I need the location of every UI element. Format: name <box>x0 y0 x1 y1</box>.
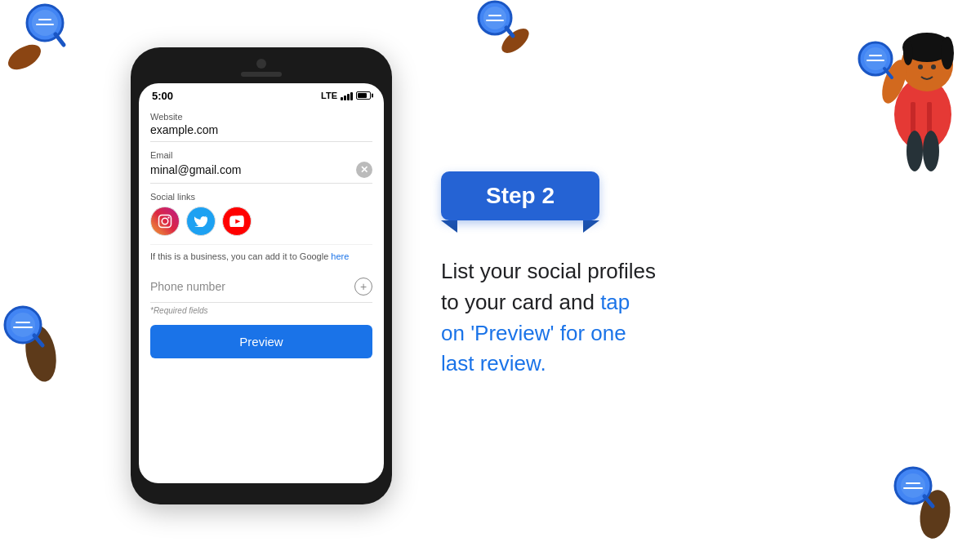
status-time: 5:00 <box>152 90 173 102</box>
email-field-group: Email minal@gmail.com ✕ <box>150 150 372 184</box>
website-label: Website <box>150 112 372 122</box>
svg-point-42 <box>162 218 168 224</box>
description-container: List your social profilesto your card an… <box>441 256 849 380</box>
website-field-group: Website example.com <box>150 112 372 142</box>
social-icons-row <box>150 207 372 236</box>
phone-number-label[interactable]: Phone number <box>150 280 225 293</box>
status-icons: LTE <box>321 91 371 100</box>
phone-camera <box>256 59 266 69</box>
add-phone-button[interactable]: + <box>354 278 372 295</box>
business-notice: If this is a business, you can add it to… <box>150 244 372 268</box>
ribbon-left <box>441 220 457 233</box>
youtube-button[interactable] <box>222 207 252 236</box>
step-banner-wrapper: Step 2 <box>441 171 599 220</box>
phone-number-row: Phone number + <box>150 278 372 303</box>
phone-device: 5:00 LTE Website <box>131 47 392 504</box>
instagram-button[interactable] <box>150 207 180 236</box>
phone-speaker <box>241 72 282 77</box>
required-fields-text: *Required fields <box>150 306 372 315</box>
status-bar: 5:00 LTE <box>139 83 384 105</box>
signal-bars <box>341 91 353 100</box>
ribbon-tails <box>441 220 599 233</box>
lte-label: LTE <box>321 91 337 100</box>
main-container: 5:00 LTE Website <box>0 0 980 551</box>
step-banner-container: Step 2 <box>441 171 599 220</box>
step-banner: Step 2 <box>441 171 599 220</box>
email-clear-button[interactable]: ✕ <box>356 162 372 178</box>
phone-mockup: 5:00 LTE Website <box>131 47 392 504</box>
ribbon-right <box>583 220 599 233</box>
twitter-button[interactable] <box>186 207 216 236</box>
preview-button[interactable]: Preview <box>150 325 372 358</box>
social-links-section: Social links <box>150 192 372 236</box>
social-links-label: Social links <box>150 192 372 202</box>
phone-screen: 5:00 LTE Website <box>139 83 384 483</box>
email-label: Email <box>150 150 372 160</box>
form-content: Website example.com Email minal@gmail.co… <box>139 105 384 365</box>
website-value[interactable]: example.com <box>150 123 372 142</box>
description-text: List your social profilesto your card an… <box>441 256 849 380</box>
email-value[interactable]: minal@gmail.com <box>150 163 356 176</box>
battery-icon <box>356 91 371 100</box>
svg-point-43 <box>167 216 169 218</box>
business-link[interactable]: here <box>331 251 349 261</box>
content-side: Step 2 List your social profilesto your … <box>441 171 849 380</box>
email-field-row: minal@gmail.com ✕ <box>150 162 372 184</box>
